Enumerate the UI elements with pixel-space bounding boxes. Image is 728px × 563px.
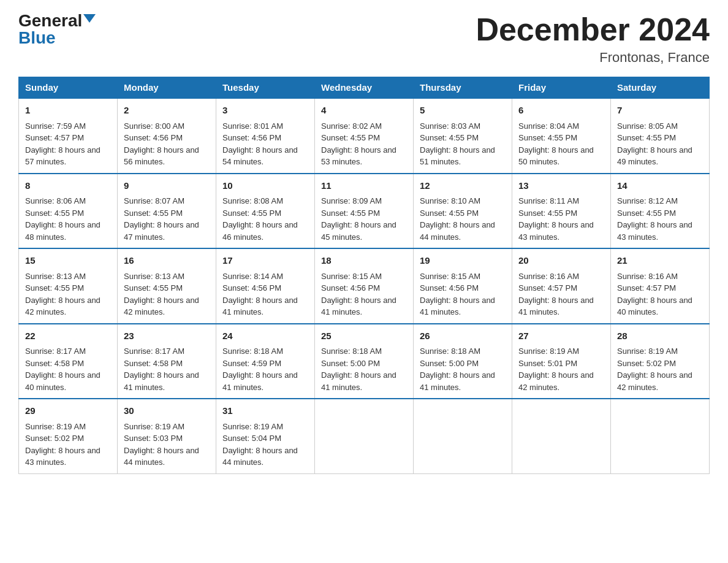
day-number: 4 bbox=[321, 104, 407, 118]
calendar-cell bbox=[315, 399, 414, 473]
day-info: Sunrise: 8:02 AMSunset: 4:55 PMDaylight:… bbox=[321, 120, 407, 168]
day-number: 12 bbox=[420, 179, 506, 193]
day-number: 3 bbox=[222, 104, 308, 118]
title-block: December 2024 Frontonas, France bbox=[476, 12, 710, 66]
day-info: Sunrise: 8:16 AMSunset: 4:57 PMDaylight:… bbox=[518, 270, 604, 318]
calendar-cell: 7Sunrise: 8:05 AMSunset: 4:55 PMDaylight… bbox=[611, 98, 710, 174]
calendar-cell: 14Sunrise: 8:12 AMSunset: 4:55 PMDayligh… bbox=[611, 174, 710, 249]
calendar-week-row: 22Sunrise: 8:17 AMSunset: 4:58 PMDayligh… bbox=[19, 324, 710, 399]
weekday-header-tuesday: Tuesday bbox=[216, 77, 315, 99]
day-info: Sunrise: 8:19 AMSunset: 5:03 PMDaylight:… bbox=[124, 421, 210, 469]
calendar-cell: 10Sunrise: 8:08 AMSunset: 4:55 PMDayligh… bbox=[216, 174, 315, 249]
day-number: 8 bbox=[25, 179, 111, 193]
calendar-cell: 6Sunrise: 8:04 AMSunset: 4:55 PMDaylight… bbox=[512, 98, 611, 174]
day-info: Sunrise: 8:18 AMSunset: 5:00 PMDaylight:… bbox=[321, 345, 407, 393]
calendar-cell: 4Sunrise: 8:02 AMSunset: 4:55 PMDaylight… bbox=[315, 98, 414, 174]
day-number: 20 bbox=[518, 254, 604, 268]
day-info: Sunrise: 8:03 AMSunset: 4:55 PMDaylight:… bbox=[420, 120, 506, 168]
day-info: Sunrise: 8:19 AMSunset: 5:04 PMDaylight:… bbox=[222, 421, 308, 469]
day-number: 7 bbox=[617, 104, 703, 118]
day-info: Sunrise: 8:12 AMSunset: 4:55 PMDaylight:… bbox=[617, 195, 703, 243]
calendar-cell: 2Sunrise: 8:00 AMSunset: 4:56 PMDaylight… bbox=[118, 98, 216, 174]
day-number: 28 bbox=[617, 329, 703, 343]
calendar-cell: 16Sunrise: 8:13 AMSunset: 4:55 PMDayligh… bbox=[118, 248, 216, 324]
day-number: 2 bbox=[124, 104, 210, 118]
calendar-cell bbox=[414, 399, 512, 473]
day-number: 17 bbox=[222, 254, 308, 268]
calendar-week-row: 1Sunrise: 7:59 AMSunset: 4:57 PMDaylight… bbox=[19, 98, 710, 174]
calendar-table: SundayMondayTuesdayWednesdayThursdayFrid… bbox=[18, 77, 710, 474]
calendar-cell: 8Sunrise: 8:06 AMSunset: 4:55 PMDaylight… bbox=[19, 174, 118, 249]
calendar-cell: 15Sunrise: 8:13 AMSunset: 4:55 PMDayligh… bbox=[19, 248, 118, 324]
calendar-cell: 11Sunrise: 8:09 AMSunset: 4:55 PMDayligh… bbox=[315, 174, 414, 249]
day-number: 27 bbox=[518, 329, 604, 343]
day-info: Sunrise: 8:06 AMSunset: 4:55 PMDaylight:… bbox=[25, 195, 111, 243]
day-number: 21 bbox=[617, 254, 703, 268]
day-number: 31 bbox=[222, 404, 308, 418]
day-info: Sunrise: 8:00 AMSunset: 4:56 PMDaylight:… bbox=[124, 120, 210, 168]
calendar-week-row: 8Sunrise: 8:06 AMSunset: 4:55 PMDaylight… bbox=[19, 174, 710, 249]
day-info: Sunrise: 8:07 AMSunset: 4:55 PMDaylight:… bbox=[124, 195, 210, 243]
day-info: Sunrise: 8:08 AMSunset: 4:55 PMDaylight:… bbox=[222, 195, 308, 243]
day-number: 16 bbox=[124, 254, 210, 268]
day-number: 11 bbox=[321, 179, 407, 193]
calendar-week-row: 15Sunrise: 8:13 AMSunset: 4:55 PMDayligh… bbox=[19, 248, 710, 324]
day-number: 25 bbox=[321, 329, 407, 343]
calendar-cell: 21Sunrise: 8:16 AMSunset: 4:57 PMDayligh… bbox=[611, 248, 710, 324]
day-info: Sunrise: 8:11 AMSunset: 4:55 PMDaylight:… bbox=[518, 195, 604, 243]
calendar-cell: 28Sunrise: 8:19 AMSunset: 5:02 PMDayligh… bbox=[611, 324, 710, 399]
logo-triangle-icon bbox=[83, 14, 96, 23]
day-info: Sunrise: 8:16 AMSunset: 4:57 PMDaylight:… bbox=[617, 270, 703, 318]
day-number: 15 bbox=[25, 254, 111, 268]
day-info: Sunrise: 8:13 AMSunset: 4:55 PMDaylight:… bbox=[124, 270, 210, 318]
day-info: Sunrise: 8:09 AMSunset: 4:55 PMDaylight:… bbox=[321, 195, 407, 243]
logo: General Blue bbox=[18, 12, 96, 47]
day-number: 30 bbox=[124, 404, 210, 418]
calendar-week-row: 29Sunrise: 8:19 AMSunset: 5:02 PMDayligh… bbox=[19, 399, 710, 473]
calendar-cell: 26Sunrise: 8:18 AMSunset: 5:00 PMDayligh… bbox=[414, 324, 512, 399]
calendar-cell: 25Sunrise: 8:18 AMSunset: 5:00 PMDayligh… bbox=[315, 324, 414, 399]
day-number: 10 bbox=[222, 179, 308, 193]
day-number: 18 bbox=[321, 254, 407, 268]
calendar-cell: 1Sunrise: 7:59 AMSunset: 4:57 PMDaylight… bbox=[19, 98, 118, 174]
day-info: Sunrise: 8:15 AMSunset: 4:56 PMDaylight:… bbox=[420, 270, 506, 318]
day-number: 19 bbox=[420, 254, 506, 268]
calendar-cell bbox=[512, 399, 611, 473]
weekday-header-wednesday: Wednesday bbox=[315, 77, 414, 99]
calendar-cell: 19Sunrise: 8:15 AMSunset: 4:56 PMDayligh… bbox=[414, 248, 512, 324]
calendar-header-row: SundayMondayTuesdayWednesdayThursdayFrid… bbox=[19, 77, 710, 99]
calendar-cell: 31Sunrise: 8:19 AMSunset: 5:04 PMDayligh… bbox=[216, 399, 315, 473]
calendar-cell: 18Sunrise: 8:15 AMSunset: 4:56 PMDayligh… bbox=[315, 248, 414, 324]
weekday-header-thursday: Thursday bbox=[414, 77, 512, 99]
day-info: Sunrise: 8:14 AMSunset: 4:56 PMDaylight:… bbox=[222, 270, 308, 318]
day-info: Sunrise: 8:04 AMSunset: 4:55 PMDaylight:… bbox=[518, 120, 604, 168]
day-number: 23 bbox=[124, 329, 210, 343]
page-header: General Blue December 2024 Frontonas, Fr… bbox=[18, 12, 710, 66]
calendar-cell: 17Sunrise: 8:14 AMSunset: 4:56 PMDayligh… bbox=[216, 248, 315, 324]
calendar-cell: 27Sunrise: 8:19 AMSunset: 5:01 PMDayligh… bbox=[512, 324, 611, 399]
weekday-header-sunday: Sunday bbox=[19, 77, 118, 99]
day-info: Sunrise: 8:19 AMSunset: 5:01 PMDaylight:… bbox=[518, 345, 604, 393]
day-info: Sunrise: 8:18 AMSunset: 4:59 PMDaylight:… bbox=[222, 345, 308, 393]
day-number: 1 bbox=[25, 104, 111, 118]
calendar-cell: 3Sunrise: 8:01 AMSunset: 4:56 PMDaylight… bbox=[216, 98, 315, 174]
day-number: 26 bbox=[420, 329, 506, 343]
day-info: Sunrise: 8:18 AMSunset: 5:00 PMDaylight:… bbox=[420, 345, 506, 393]
calendar-cell: 12Sunrise: 8:10 AMSunset: 4:55 PMDayligh… bbox=[414, 174, 512, 249]
day-info: Sunrise: 8:19 AMSunset: 5:02 PMDaylight:… bbox=[617, 345, 703, 393]
calendar-cell: 30Sunrise: 8:19 AMSunset: 5:03 PMDayligh… bbox=[118, 399, 216, 473]
calendar-cell: 20Sunrise: 8:16 AMSunset: 4:57 PMDayligh… bbox=[512, 248, 611, 324]
page-location: Frontonas, France bbox=[476, 50, 710, 66]
day-info: Sunrise: 7:59 AMSunset: 4:57 PMDaylight:… bbox=[25, 120, 111, 168]
logo-general-text: General bbox=[18, 12, 82, 29]
day-number: 6 bbox=[518, 104, 604, 118]
calendar-cell: 13Sunrise: 8:11 AMSunset: 4:55 PMDayligh… bbox=[512, 174, 611, 249]
calendar-cell bbox=[611, 399, 710, 473]
day-info: Sunrise: 8:17 AMSunset: 4:58 PMDaylight:… bbox=[25, 345, 111, 393]
day-info: Sunrise: 8:05 AMSunset: 4:55 PMDaylight:… bbox=[617, 120, 703, 168]
day-info: Sunrise: 8:13 AMSunset: 4:55 PMDaylight:… bbox=[25, 270, 111, 318]
calendar-cell: 24Sunrise: 8:18 AMSunset: 4:59 PMDayligh… bbox=[216, 324, 315, 399]
calendar-cell: 29Sunrise: 8:19 AMSunset: 5:02 PMDayligh… bbox=[19, 399, 118, 473]
day-info: Sunrise: 8:19 AMSunset: 5:02 PMDaylight:… bbox=[25, 421, 111, 469]
weekday-header-monday: Monday bbox=[118, 77, 216, 99]
